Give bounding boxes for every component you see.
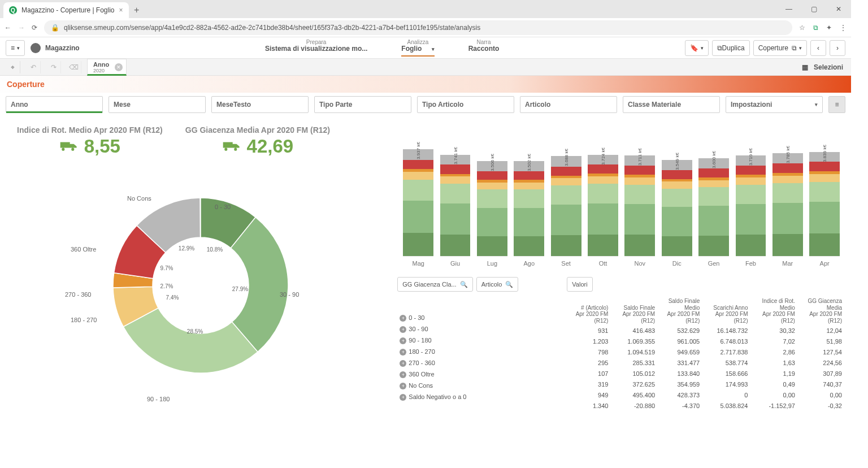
expand-icon[interactable]: + <box>400 337 406 344</box>
pivot-dim-giacenza[interactable]: GG Giacenza Cla... 🔍 <box>397 277 472 292</box>
clear-selection-icon[interactable]: ✕ <box>115 63 123 71</box>
month-col[interactable]: 3.711 k€Nov <box>624 144 655 267</box>
duplicate-label: Duplica <box>722 44 745 52</box>
expand-icon[interactable]: + <box>400 326 406 333</box>
seg-90-180 <box>662 189 692 207</box>
seg-90-180 <box>477 189 507 207</box>
kebab-menu-icon[interactable]: ⋮ <box>840 24 847 32</box>
close-tab-icon[interactable]: × <box>119 6 123 14</box>
step-forward-icon[interactable]: ↷ <box>46 61 61 73</box>
close-window-icon[interactable]: ✕ <box>826 0 851 18</box>
seg-30-90 <box>698 206 729 235</box>
app-name[interactable]: Magazzino <box>31 43 80 53</box>
filter-classe-materiale[interactable]: Classe Materiale <box>623 96 720 113</box>
search-icon[interactable]: 🔍 <box>505 281 513 288</box>
month-col[interactable]: 3.937 k€Mag <box>403 144 433 267</box>
pivot-dim-articolo[interactable]: Articolo 🔍 <box>476 277 519 292</box>
smart-selection-icon[interactable]: ⌖ <box>6 61 20 73</box>
seg-180-270 <box>477 183 507 189</box>
browser-tab[interactable]: Q Magazzino - Coperture | Foglio × <box>3 2 129 18</box>
month-col[interactable]: 3.549 k€Dic <box>662 144 692 267</box>
month-col[interactable]: 3.600 k€Gen <box>698 144 729 267</box>
pivot-row-180-270[interactable]: +180 - 270 <box>397 346 555 358</box>
clear-all-icon[interactable]: ⌫ <box>67 61 81 73</box>
pivot-table[interactable]: GG Giacenza Cla... 🔍 Articolo 🔍 +0 - 30+… <box>397 277 845 411</box>
kpi[interactable]: Indice di Rot. Medio Apr 2020 FM (R12) 8… <box>17 125 163 164</box>
donut-label: 90 - 180 <box>147 396 170 402</box>
filter-anno[interactable]: Anno <box>6 96 103 113</box>
pivot-row-90-180[interactable]: +90 - 180 <box>397 335 555 346</box>
seg-360Oltre <box>624 166 655 175</box>
url-field[interactable]: 🔒 qliksense.smeup.com/sense/app/4a1e9cd2… <box>44 20 792 35</box>
seg-90-180 <box>698 187 729 206</box>
kpi[interactable]: GG Giacenza Media Apr 2020 FM (R12) 42,6… <box>185 125 330 164</box>
svg-text:28.5%: 28.5% <box>186 328 202 335</box>
seg-360Oltre <box>477 171 507 180</box>
extensions-puzzle-icon[interactable]: ✦ <box>826 24 832 32</box>
new-tab-button[interactable]: + <box>129 2 145 18</box>
seg-0-30 <box>551 235 581 256</box>
step-back-icon[interactable]: ↶ <box>26 61 41 73</box>
pivot-row-NoCons[interactable]: +No Cons <box>397 380 555 392</box>
expand-icon[interactable]: + <box>400 349 406 356</box>
sheet-selector[interactable]: Coperture ⧉▾ <box>753 40 807 56</box>
nav-forward-icon[interactable]: → <box>18 24 25 32</box>
expand-icon[interactable]: + <box>400 315 406 322</box>
seg-0-30 <box>736 235 766 256</box>
svg-text:7.4%: 7.4% <box>166 294 179 301</box>
active-selection-anno[interactable]: Anno 2020 ✕ <box>87 59 127 76</box>
reload-icon[interactable]: ⟳ <box>32 24 37 32</box>
month-col[interactable]: 3.506 k€Lug <box>477 144 507 267</box>
extension-icon[interactable]: ⧉ <box>813 24 818 32</box>
duplicate-button[interactable]: ⧉ Duplica <box>712 40 750 56</box>
donut-chart[interactable]: 10.8%27.9%28.5%7.4%2.7%9.7%12.9% 0 - 303… <box>6 167 395 404</box>
nav-sistema-di-visualizzazione-mo-[interactable]: Prepara Sistema di visualizzazione mo... <box>265 39 367 57</box>
filter-mese[interactable]: Mese <box>108 96 206 113</box>
settings-dropdown[interactable]: Impostazioni▾ <box>726 96 823 113</box>
pivot-row-SaldoNegativooa0[interactable]: +Saldo Negativo o a 0 <box>397 392 555 403</box>
seg-90-180 <box>624 185 655 204</box>
filter-mesetesto[interactable]: MeseTesto <box>211 96 309 113</box>
filter-tipo-articolo[interactable]: Tipo Articolo <box>417 96 514 113</box>
pivot-row-30-90[interactable]: +30 - 90 <box>397 324 555 335</box>
expand-icon[interactable]: + <box>400 371 406 378</box>
next-sheet-button[interactable]: › <box>830 40 845 56</box>
expand-icon[interactable]: + <box>400 360 406 367</box>
seg-180-270 <box>551 178 581 185</box>
month-col[interactable]: 3.785 k€Mar <box>772 144 803 267</box>
pivot-row-0-30[interactable]: +0 - 30 <box>397 313 555 324</box>
month-col[interactable]: 3.839 k€Apr <box>809 144 840 267</box>
month-col[interactable]: 3.502 k€Ago <box>514 144 544 267</box>
filter-articolo[interactable]: Articolo <box>520 96 617 113</box>
search-icon[interactable]: 🔍 <box>460 281 468 288</box>
pivot-row-270-360[interactable]: +270 - 360 <box>397 358 555 369</box>
prev-sheet-button[interactable]: ‹ <box>810 40 826 56</box>
grid-mode-button[interactable]: ≡ <box>828 96 845 113</box>
stacked-bar-chart[interactable]: 3.937 k€Mag3.741 k€Giu3.506 k€Lug3.502 k… <box>397 120 845 267</box>
month-col[interactable]: 3.724 k€Ott <box>588 144 618 267</box>
pivot-values-tab[interactable]: Valori <box>567 277 592 292</box>
month-col[interactable]: 3.719 k€Feb <box>736 144 766 267</box>
pivot-row-360Oltre[interactable]: +360 Oltre <box>397 369 555 380</box>
nav-foglio[interactable]: Analizza Foglio ▾ <box>401 39 434 57</box>
hamburger-button[interactable]: ≡ ▾ <box>6 40 25 56</box>
bookmark-button[interactable]: 🔖 ▾ <box>685 40 709 56</box>
expand-icon[interactable]: + <box>400 394 406 401</box>
nav-back-icon[interactable]: ← <box>5 24 11 32</box>
seg-0-30 <box>588 235 618 256</box>
expand-icon[interactable]: + <box>400 383 406 389</box>
selections-toggle[interactable]: ▦ Selezioni <box>802 63 851 71</box>
seg-0-30 <box>809 233 840 256</box>
nav-racconto[interactable]: Narra Racconto <box>468 39 500 57</box>
filter-tipo-parte[interactable]: Tipo Parte <box>314 96 411 113</box>
seg-90-180 <box>772 183 803 203</box>
minimize-icon[interactable]: — <box>776 0 801 18</box>
month-col[interactable]: 3.688 k€Set <box>551 144 581 267</box>
bookmark-icon[interactable]: ☆ <box>799 24 805 32</box>
seg-180-270 <box>440 176 471 184</box>
month-col[interactable]: 3.741 k€Giu <box>440 144 471 267</box>
seg-360Oltre <box>551 167 581 176</box>
seg-90-180 <box>588 184 618 203</box>
maximize-icon[interactable]: ▢ <box>801 0 826 18</box>
seg-180-270 <box>624 177 655 185</box>
